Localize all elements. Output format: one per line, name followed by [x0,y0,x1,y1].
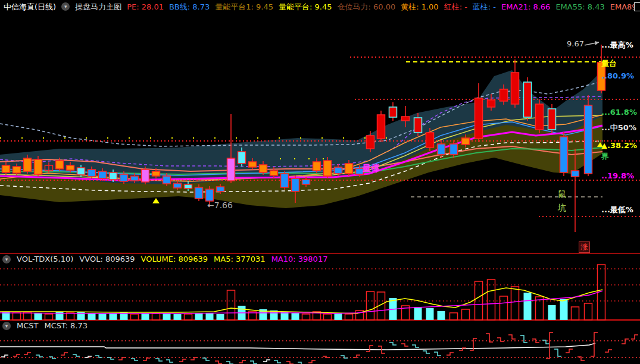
volume-bar-down [414,307,422,320]
mcst-tick [36,355,43,357]
candle-body [260,165,267,172]
pit-annotation-char1: 鼠 [557,189,567,200]
volume-bar-up [45,314,53,320]
volume-bar-down [163,313,171,320]
volume-bar-down [270,310,278,320]
mcst-tick [263,360,270,362]
candle-body [77,168,85,175]
volume-ma5-line [0,288,602,313]
volume-bar-down [426,308,434,320]
candle-body [56,161,64,169]
mcst-tick [95,356,102,357]
mcst-tick [179,359,186,362]
volume-bar-up [67,313,74,320]
mcst-tick [546,332,553,359]
indicator-item: 量能平台: 9.45 [279,2,332,11]
pit-annotation-char2: 坑 [557,203,567,214]
mcst-main-line [0,343,595,350]
indicator-item: EMA21: 8.66 [501,2,550,11]
volume-indicator-item: VOL-TDX(5,10) [17,255,73,263]
candle-body [24,158,32,171]
mcst-tick [423,351,430,353]
volume-bar-up [488,280,495,320]
top-indicator-bar: 中信海直(日线) ▾ 操盘马力主图 PE: 28.01BB线: 8.73量能平台… [0,0,640,13]
volume-indicator-item: VVOL: 809639 [79,255,135,263]
chevron-down-circle-icon[interactable]: ▾ [2,255,11,263]
mcst-pane-header: ▾ MCSTMCST: 8.73 [0,321,88,330]
candle-body [152,171,160,176]
mcst-tick [341,356,348,358]
instrument-title: 中信海直(日线) [4,2,56,11]
volume-bar-up [511,287,519,320]
candle-body [249,162,257,167]
candle-body [281,174,289,187]
mcst-tick [118,357,126,360]
volume-bar-down [88,313,96,320]
candle-body [536,104,544,130]
mcst-indicator-item: MCST: 8.73 [45,321,88,330]
candle-body [572,171,579,177]
volume-indicator-item: MA10: 398017 [271,255,328,263]
candle-body [475,98,483,139]
volume-bar-down [142,313,149,320]
volume-bar-up [462,309,470,320]
mcst-tick [447,353,454,355]
mcst-tick [131,359,138,360]
candle-body [345,164,353,174]
mcst-tick [353,355,360,357]
charts-canvas[interactable] [0,0,640,364]
candle-body [585,105,592,174]
candle-body [488,100,495,107]
chevron-down-circle-icon[interactable]: ▾ [61,2,70,11]
mcst-tick [434,352,441,356]
volume-bar-up [572,307,579,320]
mcst-tick [497,338,504,341]
mcst-tick [107,357,114,359]
candle-body [426,133,434,148]
buy-signal-triangle [152,198,160,203]
high-price-annotation: 9.67 [567,39,584,48]
main-indicator-title: 操盘马力主图 [75,2,121,11]
candle-body [548,109,556,130]
mcst-tick [239,360,246,363]
mcst-tick [202,358,210,360]
fib-level-label: ..19.8% [601,171,634,180]
rise-badge: 涨 [579,241,590,253]
volume-bar-up [324,314,332,320]
candle-body [450,144,458,155]
indicator-item: 量能平台1: 9.45 [215,2,273,11]
mcst-tick [366,346,373,352]
candle-body [163,176,171,184]
candle-body [35,159,42,174]
volume-pane-header: ▾ VOL-TDX(5,10)VVOL: 809639VOLUME: 80963… [0,255,327,263]
mcst-tick [308,360,316,363]
candle-body [524,82,532,117]
candle-body [402,117,410,121]
volume-bar-down [174,314,182,320]
mcst-tick [520,335,527,343]
mcst-tick [24,353,31,354]
candle-body [67,165,74,170]
mcst-tick [631,335,638,339]
candle-body [131,176,139,181]
indicator-item: 黄柱: 1.00 [401,2,438,11]
candle-body [324,161,332,176]
indicator-item: 蓝柱: - [473,2,496,11]
candle-body [174,183,182,188]
mcst-tick [412,345,419,347]
candle-body [110,172,117,180]
mcst-tick [622,339,629,344]
fib-level-label: 界 [601,151,609,162]
candle-body [238,152,246,164]
mcst-tick [389,343,397,345]
volume-bar-down [99,313,107,320]
candle-body [270,171,278,175]
mcst-tick [1,355,8,357]
mcst-tick [85,356,92,357]
chevron-down-circle-icon[interactable]: ▾ [2,322,11,330]
candle-body [120,174,128,181]
candle-body [13,167,21,173]
clipped-value-box-icon [634,2,640,11]
mcst-tick [226,362,233,364]
fib-level-label: ▲.38.2% [601,141,637,150]
